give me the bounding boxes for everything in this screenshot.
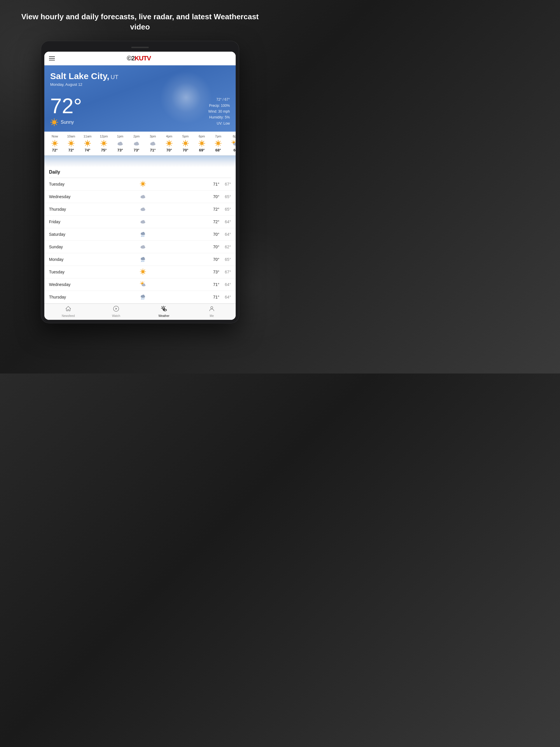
hourly-item[interactable]: 5pm 70° [177,134,194,152]
hour-icon [215,140,222,147]
svg-line-32 [85,141,86,142]
nav-item-weather[interactable]: Weather [140,306,188,317]
svg-point-72 [200,141,204,145]
svg-line-33 [89,145,89,145]
hourly-strip: Now 72° 10am 72° 11a [44,132,236,156]
hour-icon [166,140,173,147]
daily-low: 64° [219,232,231,237]
hour-icon [133,140,140,147]
nav-item-newsfeed[interactable]: Newsfeed [44,306,92,317]
daily-icon [84,231,202,238]
daily-day: Thursday [49,207,84,211]
svg-point-63 [184,141,187,145]
svg-line-8 [52,124,53,125]
svg-line-14 [53,141,53,142]
logo-kutv: KUTV [134,55,151,62]
svg-point-27 [86,141,89,145]
daily-low: 64° [219,282,231,287]
daily-icon [84,243,202,250]
svg-line-34 [89,141,89,142]
hourly-item[interactable]: 6pm 69° [194,134,210,152]
daily-row[interactable]: Wednesday 70° 65° [44,190,236,203]
nav-icon-newsfeed [65,306,72,313]
svg-line-35 [85,145,86,145]
hour-temp: 72° [52,148,58,152]
daily-icon [84,206,202,213]
hour-icon [100,140,107,147]
nav-label-watch: Watch [112,314,120,317]
svg-point-53 [152,142,155,145]
tablet-screen: ©2KUTV Salt Lake City, UT Monday, August… [44,52,236,320]
svg-point-47 [119,142,122,145]
nav-label-me: Me [210,314,214,317]
hourly-item[interactable]: 4pm 70° [161,134,177,152]
svg-point-54 [167,141,171,145]
daily-high: 72° [202,207,219,211]
svg-line-138 [144,270,145,271]
svg-line-59 [167,141,168,142]
svg-line-104 [144,185,145,186]
hourly-item[interactable]: Now 72° [47,134,63,152]
svg-point-36 [102,141,106,145]
menu-button[interactable] [49,56,55,60]
svg-line-77 [200,141,201,142]
svg-line-105 [144,182,145,183]
condition-row: Sunny [50,118,82,126]
nav-label-weather: Weather [158,314,169,317]
svg-line-17 [53,145,53,145]
daily-row[interactable]: Thursday 71° 64° [44,291,236,304]
hour-icon [182,140,189,147]
svg-line-26 [69,145,70,145]
daily-row[interactable]: Thursday 72° 65° [44,203,236,216]
daily-day: Wednesday [49,282,84,287]
hour-temp: 70° [166,148,172,152]
hour-temp: 68° [215,148,221,152]
svg-line-139 [141,273,141,274]
nav-item-me[interactable]: Me [188,306,236,317]
svg-line-88 [220,141,220,142]
nav-item-watch[interactable]: Watch [92,306,140,317]
hour-temp: 71° [150,148,156,152]
svg-line-151 [141,299,142,300]
daily-row[interactable]: Monday 70° 65° [44,253,236,266]
hourly-item[interactable]: 8p 6 [226,134,236,152]
svg-point-118 [142,232,145,235]
daily-row[interactable]: Friday 72° 64° [44,216,236,228]
hourly-item[interactable]: 7pm 68° [210,134,226,152]
daily-day: Tuesday [49,269,84,274]
hourly-item[interactable]: 10am 72° [63,134,79,152]
svg-point-81 [216,141,220,145]
tablet-frame: ©2KUTV Salt Lake City, UT Monday, August… [41,41,239,323]
hour-temp: 74° [85,148,90,152]
svg-line-130 [144,261,144,262]
hourly-item[interactable]: 11am 74° [79,134,96,152]
svg-line-70 [187,141,188,142]
svg-line-7 [56,120,57,121]
hour-label: 3pm [150,134,156,138]
svg-point-127 [142,257,145,260]
hourly-item[interactable]: 12pm 75° [96,134,112,152]
hour-temp: 73° [117,148,123,152]
svg-line-94 [235,141,236,141]
hour-label: 5pm [182,134,188,138]
daily-low: 67° [219,182,231,186]
daily-row[interactable]: Tuesday 73° 67° [44,266,236,278]
svg-point-98 [141,182,145,186]
svg-line-87 [220,145,220,145]
app-header: ©2KUTV [44,52,236,66]
hourly-item[interactable]: 2pm 73° [128,134,145,152]
hour-icon [51,140,58,147]
daily-row[interactable]: Tuesday 71° 67° [44,178,236,190]
svg-point-150 [142,295,145,297]
daily-row[interactable]: Saturday 70° 64° [44,228,236,241]
daily-row[interactable]: Wednesday 71° 64° [44,278,236,291]
hour-label: 4pm [166,134,172,138]
hourly-item[interactable]: 1pm 73° [112,134,128,152]
daily-row[interactable]: Sunday 70° 62° [44,241,236,253]
daily-low: 65° [219,257,231,262]
logo-container: ©2KUTV [55,55,223,62]
daily-gradient-header [44,156,236,167]
daily-low: 65° [219,207,231,211]
hourly-item[interactable]: 3pm 71° [145,134,161,152]
daily-high: 72° [202,220,219,224]
